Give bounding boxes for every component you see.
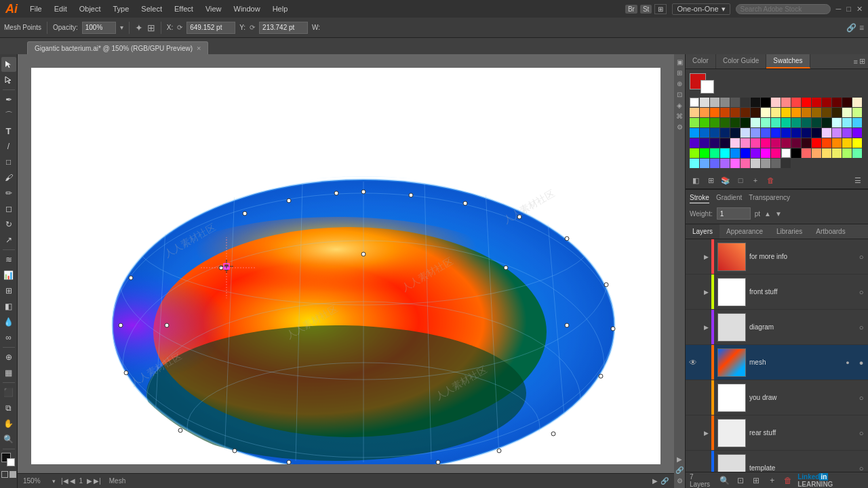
swatch-cell[interactable] [812, 108, 821, 117]
bridge-icon[interactable]: Br [625, 5, 637, 14]
swatch-cell[interactable] [690, 138, 699, 148]
swatch-cell[interactable] [700, 108, 709, 117]
x-input[interactable] [186, 22, 235, 34]
swatch-libraries[interactable]: 📚 [719, 174, 732, 186]
layer-visibility-mesh[interactable]: 👁 [686, 358, 701, 367]
blend-tool[interactable]: ∞ [1, 330, 16, 345]
layer-lock-you-draw[interactable]: ○ [854, 394, 868, 402]
link-icon[interactable]: 🔗 [846, 23, 856, 33]
swatch-cell[interactable] [822, 128, 831, 138]
menu-view[interactable]: View [200, 3, 227, 14]
swatch-cell[interactable] [802, 138, 811, 148]
swatch-cell[interactable] [761, 138, 770, 148]
swatch-cell[interactable] [822, 118, 831, 127]
swatch-cell[interactable] [710, 138, 719, 148]
search-input[interactable] [736, 4, 831, 14]
minimize-button[interactable]: ─ [836, 5, 842, 13]
color-swatch[interactable] [1, 453, 16, 468]
swatch-cell[interactable] [720, 98, 730, 107]
swatch-cell[interactable] [822, 98, 831, 107]
layer-expand-diagram[interactable]: ▶ [701, 324, 711, 331]
swatch-cell[interactable] [751, 118, 760, 127]
swatch-cell[interactable] [730, 159, 740, 168]
delete-swatch[interactable]: 🗑 [764, 174, 776, 186]
swatch-cell[interactable] [802, 148, 811, 158]
swatch-cell[interactable] [710, 128, 719, 138]
mesh-tool[interactable]: ⊞ [1, 283, 16, 298]
swatch-cell[interactable] [741, 159, 750, 168]
menu-type[interactable]: Type [108, 3, 135, 14]
document-tab[interactable]: Gigantic bacterium.ai* @ 150% (RGB/GPU P… [27, 41, 208, 54]
curvature-tool[interactable]: ⌒ [1, 108, 16, 123]
layer-lock-mesh[interactable]: ● [854, 359, 868, 367]
swatch-cell[interactable] [741, 98, 750, 107]
swatch-cell[interactable] [720, 128, 730, 138]
menu-help[interactable]: Help [267, 3, 294, 14]
layer-item[interactable]: ▶ front stuff ○ [686, 274, 868, 310]
swatch-cell[interactable] [842, 138, 852, 148]
swatch-cell[interactable] [852, 138, 862, 148]
swatch-cell[interactable] [791, 148, 801, 158]
panel-icon-6[interactable]: ⌘ [675, 111, 684, 121]
layer-expand-for-more-info[interactable]: ▶ [701, 253, 711, 260]
swatch-cell[interactable] [761, 128, 770, 138]
make-clipping-mask[interactable]: ⊡ [734, 474, 747, 487]
swatch-cell[interactable] [741, 148, 750, 158]
new-layer-button[interactable]: + [766, 474, 779, 487]
swatch-cell[interactable] [700, 128, 709, 138]
layer-expand-front-stuff[interactable]: ▶ [701, 289, 711, 296]
swatch-cell[interactable] [720, 118, 730, 127]
swatch-cell[interactable] [751, 138, 760, 148]
swatch-cell[interactable] [791, 98, 801, 107]
swatch-cell[interactable] [751, 98, 760, 107]
swatch-cell[interactable] [832, 108, 842, 117]
swatch-cell[interactable] [832, 118, 842, 127]
panel-icon-link[interactable]: 🔗 [675, 465, 684, 474]
swatch-cell[interactable] [741, 108, 750, 117]
warp-tool[interactable]: ≋ [1, 252, 16, 267]
swatch-cell[interactable] [781, 159, 791, 168]
zoom-dropdown[interactable]: ▾ [52, 478, 56, 485]
slice-tool[interactable]: ⧉ [1, 401, 16, 415]
select-tool[interactable] [1, 57, 16, 72]
type-tool[interactable]: T [1, 123, 16, 138]
workspace-selector[interactable]: One-on-One ▾ [672, 3, 730, 15]
last-page-button[interactable]: ▶| [94, 477, 101, 485]
tab-close-button[interactable]: × [197, 44, 201, 52]
swatch-cell[interactable] [842, 128, 852, 138]
swatch-cell[interactable] [761, 108, 770, 117]
y-input[interactable] [259, 22, 308, 34]
swatch-cell[interactable] [802, 108, 811, 117]
tab-layers[interactable]: Layers [686, 224, 719, 239]
swatch-cell[interactable] [781, 98, 791, 107]
stroke-icon[interactable] [1, 471, 8, 478]
swatch-cell[interactable] [761, 118, 770, 127]
menu-select[interactable]: Select [136, 3, 167, 14]
panel-grid-icon[interactable]: ⊞ [859, 57, 865, 66]
layer-item[interactable]: ▶ for more info ○ [686, 239, 868, 274]
eraser-tool[interactable]: ◻ [1, 201, 16, 216]
layer-lock-rear-stuff[interactable]: ○ [854, 429, 868, 437]
swatch-cell[interactable] [730, 128, 740, 138]
menu-window[interactable]: Window [229, 3, 266, 14]
panel-icon-4[interactable]: ⊡ [675, 89, 684, 99]
swatch-cell[interactable] [771, 159, 781, 168]
layer-item[interactable]: template ○ [686, 451, 868, 472]
new-sublayer-button[interactable]: ⊞ [750, 474, 764, 487]
swatch-cell[interactable] [781, 108, 791, 117]
gradient-tab[interactable]: Gradient [716, 194, 742, 203]
swatch-cell[interactable] [720, 138, 730, 148]
layer-item[interactable]: ▶ rear stuff ○ [686, 415, 868, 451]
tab-color[interactable]: Color [686, 54, 716, 68]
layer-item[interactable]: you draw ○ [686, 380, 868, 415]
swatch-cell[interactable] [741, 138, 750, 148]
graph-tool[interactable]: 📊 [1, 268, 16, 283]
scale-tool[interactable]: ↗ [1, 232, 16, 247]
swatch-cell[interactable] [812, 128, 821, 138]
layer-lock-template[interactable]: ○ [854, 464, 868, 472]
prev-page-button[interactable]: ◀ [70, 477, 75, 485]
tab-libraries[interactable]: Libraries [770, 224, 809, 239]
swatch-cell[interactable] [832, 128, 842, 138]
swatch-cell[interactable] [730, 138, 740, 148]
swatch-cell[interactable] [751, 159, 760, 168]
